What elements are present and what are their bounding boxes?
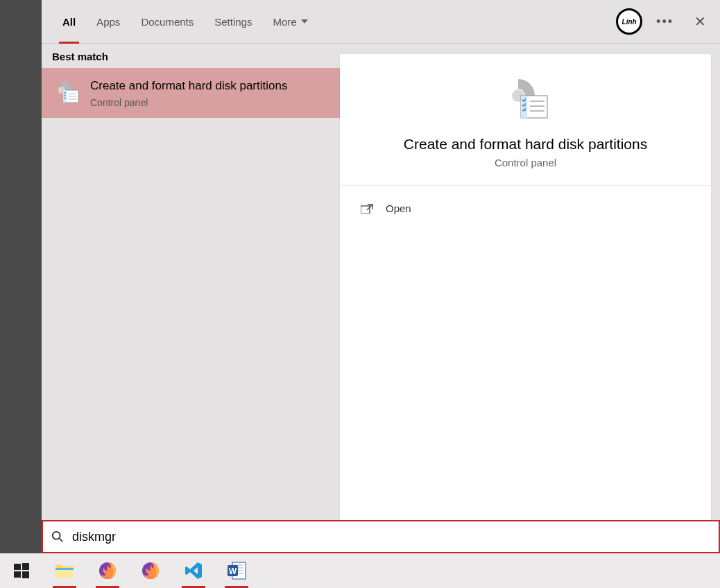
word-icon: W [227, 562, 246, 580]
more-options-icon[interactable]: ••• [656, 15, 674, 29]
disk-management-large-icon [502, 75, 550, 123]
taskbar-file-explorer[interactable] [43, 553, 86, 588]
content-row: Best match Create and format hard disk p… [42, 44, 720, 553]
result-title: Create and format hard disk partitions [90, 78, 329, 94]
tab-settings[interactable]: Settings [204, 0, 262, 44]
tabs-bar: All Apps Documents Settings More Linh ••… [42, 0, 720, 44]
open-icon [361, 204, 373, 214]
svg-rect-5 [521, 96, 527, 118]
section-header-best-match: Best match [42, 44, 340, 68]
detail-column: Create and format hard disk partitions C… [340, 44, 720, 553]
detail-subtitle: Control panel [354, 157, 697, 168]
taskbar: W [0, 553, 720, 588]
search-icon [51, 530, 64, 543]
disk-management-icon [52, 78, 80, 105]
svg-rect-8 [14, 564, 21, 570]
search-box[interactable] [42, 520, 720, 553]
file-explorer-icon [55, 562, 74, 579]
result-item-disk-partitions[interactable]: Create and format hard disk partitions C… [42, 68, 340, 118]
taskbar-firefox-2[interactable] [129, 553, 172, 588]
svg-rect-13 [55, 568, 74, 570]
search-input[interactable] [72, 530, 710, 544]
search-panel: All Apps Documents Settings More Linh ••… [42, 0, 720, 553]
svg-text:W: W [229, 567, 237, 576]
close-icon[interactable]: ✕ [687, 13, 713, 30]
user-avatar[interactable]: Linh [616, 8, 642, 35]
detail-card: Create and format hard disk partitions C… [340, 54, 711, 543]
svg-point-7 [53, 532, 60, 539]
detail-header: Create and format hard disk partitions C… [340, 54, 711, 186]
svg-rect-6 [361, 206, 370, 214]
detail-actions: Open [340, 186, 711, 231]
taskbar-word[interactable]: W [215, 553, 258, 588]
tab-all[interactable]: All [52, 0, 86, 44]
start-button[interactable] [0, 553, 43, 588]
taskbar-vscode[interactable] [172, 553, 215, 588]
chevron-down-icon [301, 19, 308, 24]
result-text: Create and format hard disk partitions C… [90, 78, 329, 108]
windows-icon [14, 563, 29, 578]
tab-more[interactable]: More [262, 0, 318, 44]
svg-rect-2 [63, 90, 67, 103]
tab-more-label: More [273, 16, 296, 28]
tab-apps[interactable]: Apps [86, 0, 130, 44]
vscode-icon [185, 562, 203, 580]
left-sidebar-strip [0, 0, 42, 553]
results-column: Best match Create and format hard disk p… [42, 44, 340, 553]
firefox-icon [141, 561, 160, 580]
svg-rect-10 [14, 571, 21, 578]
result-subtitle: Control panel [90, 97, 329, 108]
open-action[interactable]: Open [340, 193, 711, 224]
tabs-right-controls: Linh ••• ✕ [616, 8, 713, 35]
svg-rect-9 [22, 563, 29, 570]
firefox-icon [98, 561, 117, 580]
tab-documents[interactable]: Documents [130, 0, 204, 44]
taskbar-firefox-1[interactable] [86, 553, 129, 588]
detail-title: Create and format hard disk partitions [354, 136, 697, 153]
open-label: Open [386, 202, 411, 214]
svg-rect-11 [22, 571, 29, 578]
